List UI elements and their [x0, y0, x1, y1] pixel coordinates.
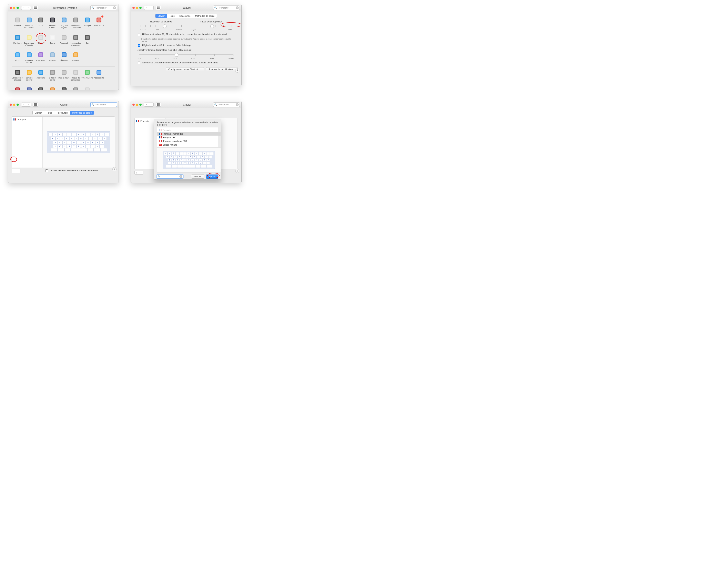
- tab[interactable]: Méthodes de saisie: [70, 111, 94, 115]
- source-item[interactable]: Français: [12, 117, 43, 121]
- remove-button[interactable]: −: [139, 171, 143, 174]
- minimize-icon[interactable]: [13, 104, 15, 106]
- modifier-keys-button[interactable]: Touches de modification…: [206, 67, 238, 71]
- tab[interactable]: Clavier: [155, 14, 167, 18]
- pref-item[interactable]: Sécurité et confidentialité: [70, 16, 81, 29]
- pref-item[interactable]: iCloud: [11, 51, 23, 64]
- show-input-menu-checkbox[interactable]: Afficher le menu Saisie dans la barre de…: [45, 169, 98, 173]
- clear-icon[interactable]: ×: [113, 6, 116, 9]
- nav-buttons[interactable]: ‹›: [144, 103, 154, 107]
- pref-item[interactable]: Moniteurs: [11, 34, 23, 46]
- pref-item[interactable]: Utilisateurs et groupes: [11, 69, 23, 81]
- variant-item[interactable]: Français canadien - CSA: [157, 139, 220, 143]
- forward-icon[interactable]: ›: [26, 6, 31, 9]
- pref-item[interactable]: Spotlight: [81, 16, 93, 29]
- pref-item[interactable]: Clavier: [35, 34, 47, 46]
- zoom-icon[interactable]: [139, 7, 141, 9]
- pref-item[interactable]: SmoothMouse: [70, 86, 81, 90]
- help-button[interactable]: ?: [235, 68, 239, 73]
- pref-item[interactable]: App Store: [35, 69, 47, 81]
- pref-item[interactable]: Date et heure: [58, 69, 70, 81]
- tab[interactable]: Raccourcis: [54, 111, 70, 115]
- tab[interactable]: Méthodes de saisie: [193, 14, 217, 18]
- pref-item[interactable]: Flash Player: [11, 86, 23, 90]
- variant-item[interactable]: Français: [157, 128, 220, 132]
- close-icon[interactable]: [132, 7, 135, 9]
- tabs[interactable]: ClavierTexteRaccourcisMéthodes de saisie: [32, 111, 94, 115]
- add-button[interactable]: +: [135, 171, 139, 174]
- pref-item[interactable]: Bluetooth: [58, 51, 70, 64]
- close-icon[interactable]: [9, 7, 12, 9]
- nav-buttons[interactable]: ‹ ›: [21, 6, 31, 10]
- clear-icon[interactable]: ×: [179, 175, 182, 178]
- add-remove-control[interactable]: +−: [11, 169, 20, 173]
- show-all-button[interactable]: [33, 103, 38, 107]
- variant-item[interactable]: Français - numérique: [157, 132, 220, 136]
- pref-item[interactable]: FUSE for OS X: [23, 86, 35, 90]
- pref-item[interactable]: Imprimantes et scanners: [70, 34, 81, 46]
- pref-item[interactable]: Réseau: [47, 51, 58, 64]
- pref-item[interactable]: Extensions: [35, 51, 47, 64]
- search-field[interactable]: 🔍Rechercher×: [213, 5, 240, 10]
- pref-item[interactable]: Souris: [47, 34, 58, 46]
- zoom-icon[interactable]: [17, 7, 19, 9]
- pref-item[interactable]: Partage: [70, 51, 81, 64]
- clear-icon[interactable]: ×: [236, 103, 239, 106]
- pref-item[interactable]: Mission Control: [47, 16, 58, 29]
- pref-item[interactable]: Comptes Internet: [23, 51, 35, 64]
- bluetooth-keyboard-button[interactable]: Configurer un clavier Bluetooth…: [166, 67, 204, 71]
- zoom-icon[interactable]: [139, 104, 141, 106]
- tab[interactable]: Raccourcis: [177, 14, 192, 18]
- help-button[interactable]: ?: [235, 169, 239, 173]
- variant-item[interactable]: Suisse romand: [157, 143, 220, 146]
- pref-item[interactable]: Langue et région: [58, 16, 70, 29]
- back-icon[interactable]: ‹: [21, 6, 26, 9]
- zoom-icon[interactable]: [17, 104, 19, 106]
- tab[interactable]: Clavier: [33, 111, 44, 115]
- pref-item[interactable]: Xbox 36…ntrollers: [81, 86, 93, 90]
- key-repeat-slider[interactable]: [140, 24, 181, 28]
- show-all-button[interactable]: [156, 6, 161, 10]
- tabs[interactable]: ClavierTexteRaccourcisMéthodes de saisie: [155, 14, 217, 18]
- pref-item[interactable]: Java: [47, 86, 58, 90]
- backlight-checkbox[interactable]: Régler la luminosité du clavier en faibl…: [137, 44, 235, 48]
- close-icon[interactable]: [132, 104, 135, 106]
- pref-item[interactable]: Son: [81, 34, 93, 46]
- show-viewers-checkbox[interactable]: Afficher les visualiseurs de clavier et …: [137, 61, 235, 65]
- nav-buttons[interactable]: ‹›: [144, 6, 154, 10]
- add-button[interactable]: +: [12, 169, 16, 173]
- minimize-icon[interactable]: [136, 104, 138, 106]
- fn-keys-checkbox[interactable]: Utiliser les touches F1, F2 et ainsi de …: [137, 33, 235, 36]
- cancel-button[interactable]: Annuler: [191, 174, 204, 178]
- forward-icon[interactable]: ›: [149, 6, 153, 9]
- search-field[interactable]: 🔍Rechercher×: [213, 102, 240, 107]
- remove-button[interactable]: −: [16, 169, 20, 173]
- show-all-button[interactable]: [156, 103, 161, 107]
- pref-item[interactable]: Général: [11, 16, 23, 29]
- nav-buttons[interactable]: ‹›: [21, 103, 31, 107]
- search-field[interactable]: 🔍Rechercher: [90, 102, 117, 107]
- variant-list[interactable]: FrançaisFrançais - numériqueFrançais - P…: [157, 128, 220, 147]
- help-button[interactable]: ?: [112, 167, 116, 171]
- pref-item[interactable]: Trackpad: [58, 34, 70, 46]
- minimize-icon[interactable]: [13, 7, 15, 9]
- pref-item[interactable]: Time Machine: [81, 69, 93, 81]
- pref-item[interactable]: Notifications: [93, 16, 105, 29]
- pref-item[interactable]: Accessibilité: [93, 69, 105, 81]
- add-remove-control[interactable]: +−: [134, 171, 143, 174]
- clear-icon[interactable]: ×: [236, 6, 239, 9]
- auto-off-slider[interactable]: [139, 52, 233, 57]
- minimize-icon[interactable]: [136, 7, 138, 9]
- back-icon[interactable]: ‹: [144, 6, 149, 9]
- pref-item[interactable]: GoPro: [35, 86, 47, 90]
- pref-item[interactable]: Bureau et éco. d'écran: [23, 16, 35, 29]
- close-icon[interactable]: [9, 104, 12, 106]
- pref-item[interactable]: Dock: [35, 16, 47, 29]
- tab[interactable]: Texte: [167, 14, 177, 18]
- pref-item[interactable]: Dictée et parole: [47, 69, 58, 81]
- search-field[interactable]: 🔍 Rechercher ×: [90, 5, 117, 10]
- tab[interactable]: Texte: [44, 111, 54, 115]
- variant-item[interactable]: Français - PC: [157, 136, 220, 139]
- pref-item[interactable]: Économiseur d'énergie: [23, 34, 35, 46]
- sheet-search-field[interactable]: 🔍×: [157, 174, 183, 178]
